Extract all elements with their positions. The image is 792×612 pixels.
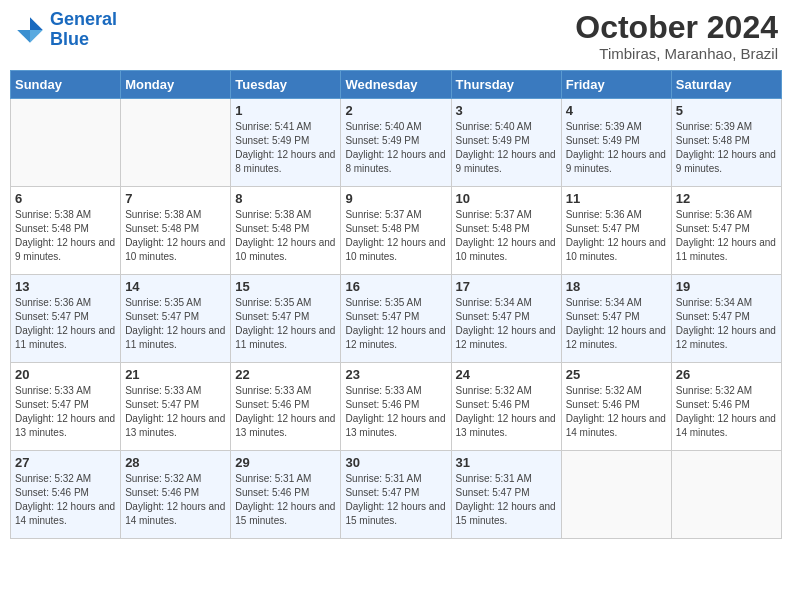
day-number: 20 [15,367,116,382]
calendar-cell: 22Sunrise: 5:33 AMSunset: 5:46 PMDayligh… [231,363,341,451]
week-row-1: 1Sunrise: 5:41 AMSunset: 5:49 PMDaylight… [11,99,782,187]
cell-detail: Sunrise: 5:41 AMSunset: 5:49 PMDaylight:… [235,120,336,176]
week-row-4: 20Sunrise: 5:33 AMSunset: 5:47 PMDayligh… [11,363,782,451]
calendar-cell: 19Sunrise: 5:34 AMSunset: 5:47 PMDayligh… [671,275,781,363]
month-title: October 2024 [575,10,778,45]
cell-detail: Sunrise: 5:35 AMSunset: 5:47 PMDaylight:… [125,296,226,352]
week-row-3: 13Sunrise: 5:36 AMSunset: 5:47 PMDayligh… [11,275,782,363]
cell-detail: Sunrise: 5:35 AMSunset: 5:47 PMDaylight:… [235,296,336,352]
calendar-cell: 4Sunrise: 5:39 AMSunset: 5:49 PMDaylight… [561,99,671,187]
logo-icon [14,14,46,46]
day-number: 7 [125,191,226,206]
day-number: 27 [15,455,116,470]
location: Timbiras, Maranhao, Brazil [575,45,778,62]
calendar-cell: 6Sunrise: 5:38 AMSunset: 5:48 PMDaylight… [11,187,121,275]
cell-detail: Sunrise: 5:32 AMSunset: 5:46 PMDaylight:… [566,384,667,440]
calendar-header: SundayMondayTuesdayWednesdayThursdayFrid… [11,71,782,99]
calendar-cell [561,451,671,539]
day-number: 22 [235,367,336,382]
day-number: 15 [235,279,336,294]
logo: General Blue [14,10,117,50]
day-number: 11 [566,191,667,206]
cell-detail: Sunrise: 5:35 AMSunset: 5:47 PMDaylight:… [345,296,446,352]
cell-detail: Sunrise: 5:34 AMSunset: 5:47 PMDaylight:… [566,296,667,352]
cell-detail: Sunrise: 5:33 AMSunset: 5:46 PMDaylight:… [345,384,446,440]
calendar-cell: 21Sunrise: 5:33 AMSunset: 5:47 PMDayligh… [121,363,231,451]
cell-detail: Sunrise: 5:33 AMSunset: 5:46 PMDaylight:… [235,384,336,440]
cell-detail: Sunrise: 5:31 AMSunset: 5:47 PMDaylight:… [345,472,446,528]
day-number: 18 [566,279,667,294]
svg-marker-0 [30,17,43,30]
calendar-body: 1Sunrise: 5:41 AMSunset: 5:49 PMDaylight… [11,99,782,539]
day-number: 16 [345,279,446,294]
page-header: General Blue October 2024 Timbiras, Mara… [10,10,782,62]
header-row: SundayMondayTuesdayWednesdayThursdayFrid… [11,71,782,99]
cell-detail: Sunrise: 5:33 AMSunset: 5:47 PMDaylight:… [15,384,116,440]
day-number: 4 [566,103,667,118]
header-day-thursday: Thursday [451,71,561,99]
cell-detail: Sunrise: 5:40 AMSunset: 5:49 PMDaylight:… [345,120,446,176]
week-row-5: 27Sunrise: 5:32 AMSunset: 5:46 PMDayligh… [11,451,782,539]
day-number: 6 [15,191,116,206]
calendar-cell: 1Sunrise: 5:41 AMSunset: 5:49 PMDaylight… [231,99,341,187]
cell-detail: Sunrise: 5:32 AMSunset: 5:46 PMDaylight:… [456,384,557,440]
calendar-cell: 18Sunrise: 5:34 AMSunset: 5:47 PMDayligh… [561,275,671,363]
header-day-tuesday: Tuesday [231,71,341,99]
day-number: 29 [235,455,336,470]
day-number: 21 [125,367,226,382]
day-number: 5 [676,103,777,118]
day-number: 31 [456,455,557,470]
calendar-cell: 28Sunrise: 5:32 AMSunset: 5:46 PMDayligh… [121,451,231,539]
calendar-cell: 30Sunrise: 5:31 AMSunset: 5:47 PMDayligh… [341,451,451,539]
day-number: 9 [345,191,446,206]
calendar-cell: 5Sunrise: 5:39 AMSunset: 5:48 PMDaylight… [671,99,781,187]
calendar-cell [121,99,231,187]
cell-detail: Sunrise: 5:34 AMSunset: 5:47 PMDaylight:… [676,296,777,352]
calendar-cell: 15Sunrise: 5:35 AMSunset: 5:47 PMDayligh… [231,275,341,363]
day-number: 19 [676,279,777,294]
logo-blue: Blue [50,29,89,49]
day-number: 13 [15,279,116,294]
day-number: 26 [676,367,777,382]
day-number: 3 [456,103,557,118]
header-day-saturday: Saturday [671,71,781,99]
cell-detail: Sunrise: 5:37 AMSunset: 5:48 PMDaylight:… [345,208,446,264]
cell-detail: Sunrise: 5:32 AMSunset: 5:46 PMDaylight:… [676,384,777,440]
calendar-cell: 13Sunrise: 5:36 AMSunset: 5:47 PMDayligh… [11,275,121,363]
header-day-monday: Monday [121,71,231,99]
calendar-cell: 16Sunrise: 5:35 AMSunset: 5:47 PMDayligh… [341,275,451,363]
cell-detail: Sunrise: 5:38 AMSunset: 5:48 PMDaylight:… [235,208,336,264]
calendar-cell [671,451,781,539]
day-number: 25 [566,367,667,382]
calendar-cell: 14Sunrise: 5:35 AMSunset: 5:47 PMDayligh… [121,275,231,363]
header-day-sunday: Sunday [11,71,121,99]
cell-detail: Sunrise: 5:39 AMSunset: 5:48 PMDaylight:… [676,120,777,176]
calendar-table: SundayMondayTuesdayWednesdayThursdayFrid… [10,70,782,539]
cell-detail: Sunrise: 5:34 AMSunset: 5:47 PMDaylight:… [456,296,557,352]
cell-detail: Sunrise: 5:38 AMSunset: 5:48 PMDaylight:… [15,208,116,264]
cell-detail: Sunrise: 5:38 AMSunset: 5:48 PMDaylight:… [125,208,226,264]
cell-detail: Sunrise: 5:36 AMSunset: 5:47 PMDaylight:… [676,208,777,264]
day-number: 8 [235,191,336,206]
week-row-2: 6Sunrise: 5:38 AMSunset: 5:48 PMDaylight… [11,187,782,275]
day-number: 1 [235,103,336,118]
calendar-cell: 7Sunrise: 5:38 AMSunset: 5:48 PMDaylight… [121,187,231,275]
calendar-cell: 8Sunrise: 5:38 AMSunset: 5:48 PMDaylight… [231,187,341,275]
logo-general: General [50,9,117,29]
cell-detail: Sunrise: 5:32 AMSunset: 5:46 PMDaylight:… [15,472,116,528]
cell-detail: Sunrise: 5:36 AMSunset: 5:47 PMDaylight:… [566,208,667,264]
cell-detail: Sunrise: 5:40 AMSunset: 5:49 PMDaylight:… [456,120,557,176]
calendar-cell: 10Sunrise: 5:37 AMSunset: 5:48 PMDayligh… [451,187,561,275]
day-number: 14 [125,279,226,294]
day-number: 10 [456,191,557,206]
logo-text: General Blue [50,10,117,50]
calendar-cell: 11Sunrise: 5:36 AMSunset: 5:47 PMDayligh… [561,187,671,275]
calendar-cell: 2Sunrise: 5:40 AMSunset: 5:49 PMDaylight… [341,99,451,187]
title-block: October 2024 Timbiras, Maranhao, Brazil [575,10,778,62]
header-day-wednesday: Wednesday [341,71,451,99]
day-number: 24 [456,367,557,382]
calendar-cell [11,99,121,187]
calendar-cell: 29Sunrise: 5:31 AMSunset: 5:46 PMDayligh… [231,451,341,539]
day-number: 30 [345,455,446,470]
day-number: 12 [676,191,777,206]
